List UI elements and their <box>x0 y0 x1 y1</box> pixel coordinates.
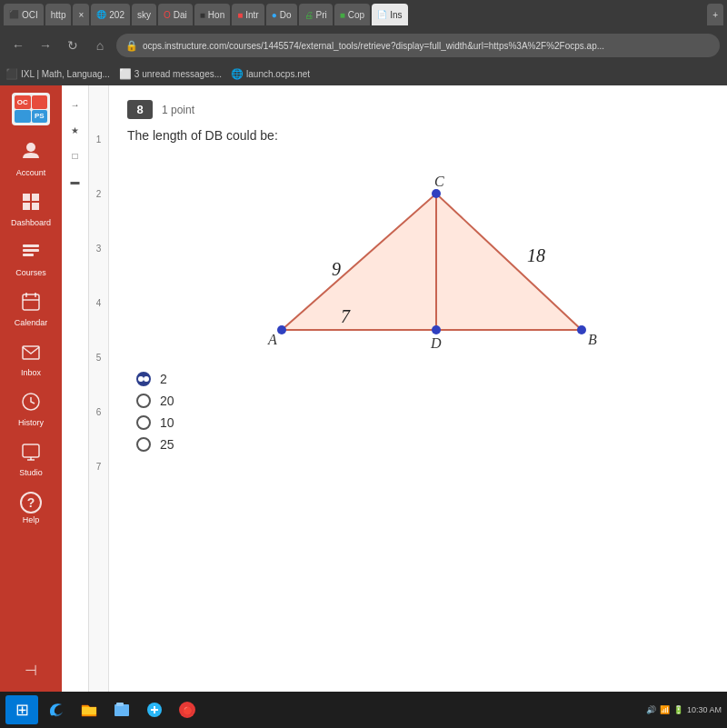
new-tab-button[interactable]: + <box>707 4 723 25</box>
lms-sidebar: OC PS Account <box>0 85 62 692</box>
taskbar-system-tray: 🔊 📶 🔋 10:30 AM <box>646 705 722 714</box>
home-button[interactable]: ⌂ <box>89 35 111 56</box>
svg-text:A: A <box>267 332 277 347</box>
choice-20[interactable]: 20 <box>136 394 709 408</box>
tab-dai[interactable]: O Dai <box>158 4 193 25</box>
taskbar-app-red[interactable]: 🔴 <box>173 695 202 724</box>
sidebar-item-inbox[interactable]: Inbox <box>5 336 56 383</box>
choice-10[interactable]: 10 <box>136 415 709 430</box>
bookmark-launch[interactable]: 🌐 launch.ocps.net <box>231 68 310 80</box>
studio-icon <box>21 442 41 466</box>
svg-point-15 <box>277 325 286 334</box>
sidebar-collapse-button[interactable]: ⊣ <box>5 656 56 684</box>
question-text: The length of DB could be: <box>127 128 709 143</box>
tab-http[interactable]: http <box>45 4 72 25</box>
logo-blank1 <box>32 95 48 109</box>
svg-text:D: D <box>430 335 442 351</box>
page-num-6: 6 <box>89 404 108 458</box>
sidebar-item-dashboard[interactable]: Dashboard <box>5 186 56 233</box>
browser-toolbar: ← → ↻ ⌂ 🔒 ocps.instructure.com/courses/1… <box>0 29 727 62</box>
radio-10[interactable] <box>136 415 151 430</box>
start-button[interactable]: ⊞ <box>5 695 38 724</box>
tab-202[interactable]: 🌐 202 <box>91 4 130 25</box>
tab-oci[interactable]: ⬛ OCI <box>4 4 44 25</box>
taskbar: ⊞ 🔴 <box>0 692 727 728</box>
triangle-svg: A B C D 9 18 7 <box>227 157 609 357</box>
bookmark-messages[interactable]: ⬜ 3 unread messages... <box>119 68 222 80</box>
tab-cop1[interactable]: ■ Cop <box>334 4 370 25</box>
browser-tabs-bar: ⬛ OCI http × 🌐 202 sky O Dai ■ Hon ■ Int… <box>0 0 727 29</box>
svg-rect-8 <box>23 346 39 359</box>
choice-2[interactable]: 2 <box>136 372 709 386</box>
browser-frame: ⬛ OCI http × 🌐 202 sky O Dai ■ Hon ■ Int… <box>0 0 727 728</box>
sidebar-item-help[interactable]: ? Help <box>5 486 56 530</box>
svg-rect-10 <box>23 444 39 457</box>
svg-point-0 <box>26 143 35 152</box>
svg-point-16 <box>577 325 586 334</box>
sidebar-item-calendar[interactable]: Calendar <box>5 286 56 333</box>
svg-text:7: 7 <box>341 306 351 326</box>
radio-20[interactable] <box>136 394 151 408</box>
taskbar-explorer[interactable] <box>75 695 104 724</box>
page-num-3: 3 <box>89 240 108 294</box>
taskbar-paint[interactable] <box>140 695 169 724</box>
tab-do[interactable]: ● Do <box>266 4 297 25</box>
inner-btn-star[interactable]: ★ <box>64 118 87 142</box>
page-num-5: 5 <box>89 349 108 404</box>
page-num-7: 7 <box>89 458 108 513</box>
account-icon <box>20 140 42 166</box>
tab-pri[interactable]: 🖨 Pri <box>299 4 333 25</box>
tab-intr[interactable]: ■ Intr <box>232 4 264 25</box>
radio-2[interactable] <box>136 372 151 386</box>
svg-text:9: 9 <box>332 259 341 279</box>
calendar-icon <box>21 292 41 316</box>
svg-rect-27 <box>116 703 124 706</box>
back-button[interactable]: ← <box>7 35 29 56</box>
sidebar-item-account[interactable]: Account <box>5 135 56 183</box>
choice-25[interactable]: 25 <box>136 437 709 452</box>
svg-text:🔴: 🔴 <box>183 705 194 716</box>
tab-sky[interactable]: sky <box>132 4 156 25</box>
help-icon: ? <box>20 492 42 514</box>
page-num-4: 4 <box>89 294 108 349</box>
svg-rect-3 <box>23 254 34 256</box>
address-bar[interactable]: 🔒 ocps.instructure.com/courses/1445574/e… <box>116 34 720 57</box>
answer-choices: 2 20 10 25 <box>136 372 709 452</box>
refresh-button[interactable]: ↻ <box>62 35 84 56</box>
page-num-1: 1 <box>89 131 108 185</box>
courses-icon <box>21 242 41 266</box>
bookmark-ixl[interactable]: ⬛ IXL | Math, Languag... <box>5 68 110 80</box>
svg-text:18: 18 <box>527 245 545 265</box>
svg-point-18 <box>432 325 441 334</box>
page-numbers-sidebar: 1 2 3 4 5 6 7 <box>89 85 109 692</box>
sidebar-item-studio[interactable]: Studio <box>5 436 56 483</box>
radio-25[interactable] <box>136 437 151 452</box>
history-icon <box>21 392 41 416</box>
svg-rect-2 <box>23 249 39 252</box>
tab-ins[interactable]: 📄 Ins <box>372 4 407 25</box>
svg-rect-1 <box>23 244 39 247</box>
taskbar-edge[interactable] <box>42 695 71 724</box>
tab-close[interactable]: × <box>73 4 89 25</box>
inner-controls-sidebar: → ★ □ ▬ <box>62 85 89 692</box>
logo-blank2 <box>15 110 31 124</box>
bookmarks-bar: ⬛ IXL | Math, Languag... ⬜ 3 unread mess… <box>0 62 727 85</box>
inner-btn-minus[interactable]: ▬ <box>64 169 87 193</box>
tab-hon[interactable]: ■ Hon <box>194 4 230 25</box>
sidebar-item-history[interactable]: History <box>5 386 56 433</box>
question-points: 1 point <box>162 104 194 116</box>
main-content: OC PS Account <box>0 85 727 692</box>
dashboard-icon <box>21 192 41 216</box>
triangle-diagram: A B C D 9 18 7 <box>127 157 709 357</box>
svg-text:C: C <box>434 174 444 189</box>
inner-btn-box[interactable]: □ <box>64 144 87 167</box>
inbox-icon <box>21 342 41 366</box>
inner-btn-arrow[interactable]: → <box>64 93 87 116</box>
forward-button[interactable]: → <box>35 35 56 56</box>
svg-text:B: B <box>588 332 597 347</box>
taskbar-files[interactable] <box>107 695 136 724</box>
question-header: 8 1 point <box>127 100 709 119</box>
logo-ps: PS <box>32 110 48 124</box>
svg-rect-4 <box>23 294 39 310</box>
sidebar-item-courses[interactable]: Courses <box>5 236 56 283</box>
